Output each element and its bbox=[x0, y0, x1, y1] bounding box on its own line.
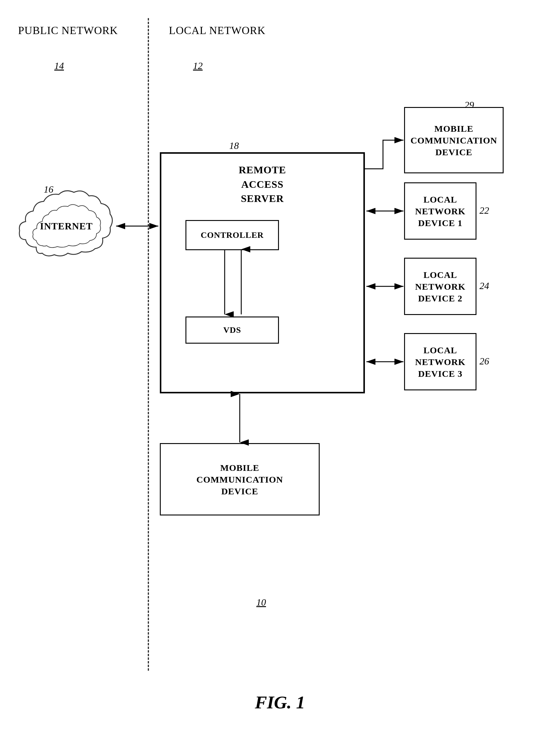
local-network-device-1-box: LOCAL NETWORK DEVICE 1 bbox=[404, 182, 476, 240]
ref-12: 12 bbox=[193, 60, 203, 71]
mobile-device-top-label: MOBILE COMMUNICATION DEVICE bbox=[410, 123, 497, 158]
public-network-label: PUBLIC NETWORK bbox=[18, 24, 118, 37]
local-network-device-2-label: LOCAL NETWORK DEVICE 2 bbox=[415, 269, 465, 304]
remote-access-server-box: REMOTE ACCESS SERVER CONTROLLER VDS bbox=[160, 152, 365, 393]
vds-box: VDS bbox=[185, 317, 279, 344]
ref-22: 22 bbox=[479, 205, 489, 216]
figure-label: FIG. 1 bbox=[255, 692, 305, 713]
local-network-device-2-box: LOCAL NETWORK DEVICE 2 bbox=[404, 258, 476, 315]
ref-26: 26 bbox=[479, 356, 489, 367]
local-network-device-1-label: LOCAL NETWORK DEVICE 1 bbox=[415, 194, 465, 229]
mobile-device-bottom-label: MOBILE COMMUNICATION DEVICE bbox=[196, 462, 283, 497]
vds-label: VDS bbox=[223, 325, 241, 336]
local-network-label: LOCAL NETWORK bbox=[169, 24, 266, 37]
local-network-device-3-box: LOCAL NETWORK DEVICE 3 bbox=[404, 333, 476, 390]
ref-18: 18 bbox=[229, 140, 239, 151]
ref-10: 10 bbox=[256, 597, 266, 608]
mobile-device-bottom-box: MOBILE COMMUNICATION DEVICE bbox=[160, 443, 320, 515]
ref-14: 14 bbox=[54, 60, 64, 71]
remote-access-server-label: REMOTE ACCESS SERVER bbox=[161, 163, 363, 206]
internet-label: INTERNET bbox=[18, 221, 115, 232]
diagram: PUBLIC NETWORK LOCAL NETWORK 14 12 16 29… bbox=[0, 0, 560, 737]
mobile-device-top-box: MOBILE COMMUNICATION DEVICE bbox=[404, 107, 504, 173]
internet-cloud: INTERNET bbox=[18, 187, 115, 265]
network-divider bbox=[148, 18, 149, 671]
ref-24: 24 bbox=[479, 280, 489, 292]
controller-label: CONTROLLER bbox=[201, 230, 264, 241]
controller-box: CONTROLLER bbox=[185, 220, 279, 250]
local-network-device-3-label: LOCAL NETWORK DEVICE 3 bbox=[415, 344, 465, 379]
